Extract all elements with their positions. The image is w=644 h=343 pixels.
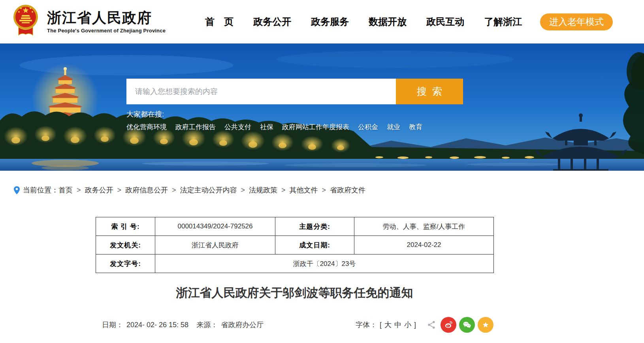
article-title: 浙江省人民政府关于邬剑波等职务任免的通知 [96,285,493,301]
topic-category-label: 主题分类: [275,217,354,236]
hot-link-employment[interactable]: 就业 [387,122,400,132]
search-bar: 搜索 [126,79,463,104]
breadcrumb-regulations[interactable]: 法规政策 [249,185,277,195]
issuing-agency-label: 发文机关: [96,236,155,254]
document-number-value: 浙政干〔2024〕23号 [155,254,494,273]
breadcrumb-other-docs[interactable]: 其他文件 [290,185,318,195]
site-title: 浙江省人民政府 [47,10,166,26]
west-lake-banner-photo [0,43,644,171]
hot-link-education[interactable]: 教育 [409,122,422,132]
location-pin-icon [14,186,20,194]
nav-gov-services[interactable]: 政务服务 [311,15,349,28]
breadcrumb-separator: > [322,186,326,194]
document-number-label: 发文字号: [96,254,155,273]
nav-home[interactable]: 首 页 [205,15,233,28]
table-row: 发文机关: 浙江省人民政府 成文日期: 2024-02-22 [96,236,494,254]
national-emblem-icon [13,4,38,40]
hot-link-annual-report[interactable]: 政府网站工作年度报表 [282,122,349,132]
font-size-large[interactable]: 大 [384,320,392,330]
topic-category-value: 劳动、人事、监察/人事工作 [354,217,494,236]
favorite-star-icon[interactable] [478,317,493,333]
font-size-medium[interactable]: 中 [394,320,401,330]
font-size-label: 字体： [356,320,377,330]
date-value: 2024- 02- 26 15: 58 [126,321,188,329]
index-number-label: 索 引 号: [96,217,155,236]
breadcrumb-statutory-open[interactable]: 法定主动公开内容 [180,185,237,195]
breadcrumb-separator: > [281,186,286,194]
hot-link-public-payment[interactable]: 公共支付 [224,122,251,132]
senior-mode-button[interactable]: 进入老年模式 [540,13,613,30]
index-number-value: 000014349/2024-792526 [155,217,275,236]
breadcrumb-gov-info[interactable]: 政府信息公开 [125,185,168,195]
breadcrumb-separator: > [172,186,176,194]
table-row: 索 引 号: 000014349/2024-792526 主题分类: 劳动、人事… [96,217,494,236]
nav-open-data[interactable]: 数据开放 [369,15,407,28]
hot-link-work-report[interactable]: 政府工作报告 [175,122,216,132]
issue-date-label: 成文日期: [275,236,354,254]
source-label: 来源： [196,320,218,330]
hot-search: 大家都在搜: 优化营商环境 政府工作报告 公共支付 社保 政府网站工作年度报表 … [126,109,422,132]
font-bracket-close: ] [414,321,416,329]
font-size-small[interactable]: 小 [404,320,411,330]
breadcrumb-separator: > [77,186,81,194]
table-row: 发文字号: 浙政干〔2024〕23号 [96,254,494,273]
breadcrumb-separator: > [117,186,122,194]
breadcrumb-separator: > [241,186,245,194]
issuing-agency-value: 浙江省人民政府 [155,236,275,254]
search-input[interactable] [126,79,396,104]
font-bracket-open: [ [380,321,382,329]
search-button[interactable]: 搜索 [396,79,463,104]
breadcrumb: 当前位置： 首页 > 政务公开 > 政府信息公开 > 法定主动公开内容 > 法规… [14,185,644,195]
weibo-icon[interactable] [441,317,456,333]
share-icon[interactable] [426,319,438,331]
date-label: 日期： [102,320,123,330]
breadcrumb-provincial-docs[interactable]: 省政府文件 [330,185,365,195]
article-meta: 日期： 2024- 02- 26 15: 58 来源： 省政府办公厅 字体： [… [96,317,493,333]
nav-about-zhejiang[interactable]: 了解浙江 [484,15,522,28]
site-logo[interactable]: 浙江省人民政府 The People's Government of Zheji… [13,4,166,40]
main-nav: 首 页 政务公开 政务服务 数据开放 政民互动 了解浙江 [205,15,522,28]
breadcrumb-home[interactable]: 首页 [58,185,73,195]
nav-public-interaction[interactable]: 政民互动 [426,15,464,28]
nav-gov-affairs-open[interactable]: 政务公开 [253,15,291,28]
issue-date-value: 2024-02-22 [354,236,494,254]
hot-link-social-security[interactable]: 社保 [260,122,273,132]
breadcrumb-gov-open[interactable]: 政务公开 [85,185,113,195]
hero-banner: 搜索 大家都在搜: 优化营商环境 政府工作报告 公共支付 社保 政府网站工作年度… [0,43,644,171]
breadcrumb-label: 当前位置： [23,185,58,195]
site-subtitle: The People's Government of Zhejiang Prov… [47,28,166,34]
hot-link-business-env[interactable]: 优化营商环境 [126,122,167,132]
source-value: 省政府办公厅 [221,320,264,330]
wechat-icon[interactable] [459,317,475,333]
site-header: 浙江省人民政府 The People's Government of Zheji… [0,0,644,43]
hot-search-label: 大家都在搜: [126,109,422,119]
document-metadata-table: 索 引 号: 000014349/2024-792526 主题分类: 劳动、人事… [96,217,494,273]
hot-link-provident-fund[interactable]: 公积金 [358,122,378,132]
